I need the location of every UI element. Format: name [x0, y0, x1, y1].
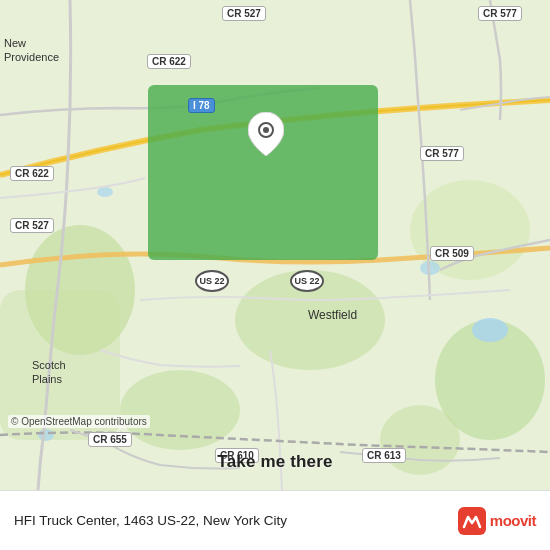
svg-point-10	[472, 318, 508, 342]
moovit-icon	[458, 507, 486, 535]
road-label-cr527-top: CR 527	[222, 6, 266, 21]
road-label-cr655: CR 655	[88, 432, 132, 447]
moovit-logo: moovit	[458, 507, 536, 535]
location-info-text: HFI Truck Center, 1463 US-22, New York C…	[14, 513, 287, 528]
road-label-cr622-left: CR 622	[10, 166, 54, 181]
road-label-cr509: CR 509	[430, 246, 474, 261]
map-attribution: © OpenStreetMap contributors	[8, 415, 150, 428]
moovit-text: moovit	[490, 512, 536, 529]
road-label-cr577-tr: CR 577	[478, 6, 522, 21]
road-label-cr622: CR 622	[147, 54, 191, 69]
road-label-cr613: CR 613	[362, 448, 406, 463]
take-me-there-button[interactable]: Take me there	[217, 452, 332, 472]
road-label-cr527-left: CR 527	[10, 218, 54, 233]
info-bar: HFI Truck Center, 1463 US-22, New York C…	[0, 490, 550, 550]
map-container: Take me there CR 527 CR 622 I 78 CR 577 …	[0, 0, 550, 490]
road-label-us22-left: US 22	[195, 270, 229, 292]
road-label-i78: I 78	[188, 98, 215, 113]
road-label-us22-mid: US 22	[290, 270, 324, 292]
svg-point-11	[38, 429, 54, 441]
svg-point-6	[380, 405, 460, 475]
svg-point-8	[97, 187, 113, 197]
svg-point-13	[263, 127, 269, 133]
place-label-new-providence: NewProvidence	[4, 36, 59, 65]
location-pin	[248, 112, 284, 156]
place-label-westfield: Westfield	[308, 308, 357, 322]
road-label-cr577: CR 577	[420, 146, 464, 161]
place-label-scotch-plains: ScotchPlains	[32, 358, 66, 387]
